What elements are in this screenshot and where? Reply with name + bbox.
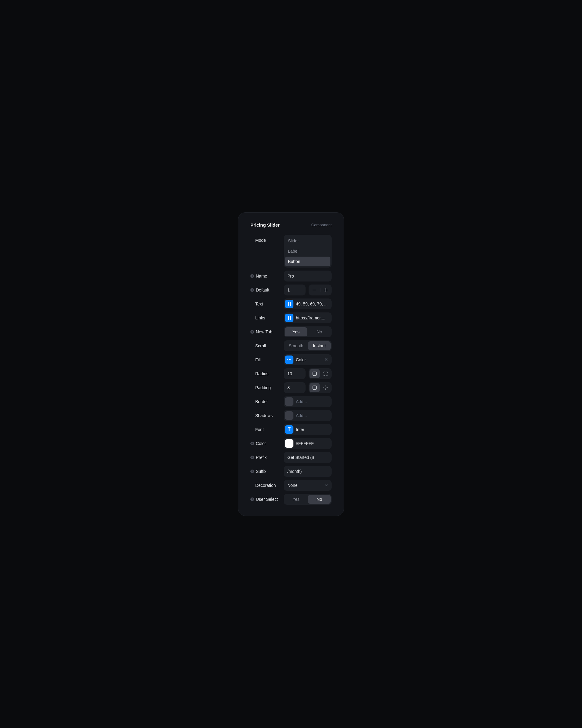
row-prefix: Prefix Get Started ($	[250, 452, 332, 463]
clear-fill-button[interactable]: ✕	[323, 357, 329, 363]
plus-circle-icon[interactable]	[250, 330, 254, 334]
text-icon: T	[285, 425, 294, 434]
row-suffix: Suffix /month)	[250, 466, 332, 477]
newtab-yes[interactable]: Yes	[285, 327, 307, 336]
fill-field[interactable]: Color ✕	[284, 354, 332, 365]
suffix-input[interactable]: /month)	[284, 466, 332, 477]
radius-input[interactable]: 10	[284, 368, 306, 379]
plus-circle-icon[interactable]	[250, 442, 254, 445]
label-shadows: Shadows	[250, 410, 284, 421]
scroll-smooth[interactable]: Smooth	[285, 341, 307, 350]
label-links: Links	[250, 312, 284, 323]
label-padding: Padding	[250, 382, 284, 393]
row-newtab: New Tab Yes No	[250, 327, 332, 337]
row-name: Name Pro	[250, 270, 332, 282]
all-corners-icon	[312, 371, 317, 376]
svg-rect-4	[313, 386, 316, 389]
array-icon: [ ]	[285, 300, 294, 308]
row-text: Text [ ] 49, 59, 69, 79, ...	[250, 298, 332, 309]
row-shadows: Shadows Add...	[250, 410, 332, 421]
variable-icon	[285, 356, 294, 364]
default-stepper	[309, 285, 332, 295]
row-decoration: Decoration None	[250, 480, 332, 491]
panel-subtitle: Component	[311, 223, 332, 227]
name-input[interactable]: Pro	[284, 270, 332, 282]
increment-button[interactable]	[321, 285, 332, 295]
scroll-instant[interactable]: Instant	[308, 341, 331, 350]
radius-all-corners[interactable]	[309, 369, 320, 378]
property-panel: Pricing Slider Component Mode Slider Lab…	[238, 212, 344, 516]
label-scroll: Scroll	[250, 340, 284, 351]
panel-title: Pricing Slider	[250, 222, 280, 228]
row-mode: Mode Slider Label Button	[250, 235, 332, 267]
label-decoration: Decoration	[250, 480, 284, 491]
row-font: Font T Inter	[250, 424, 332, 435]
plus-circle-icon[interactable]	[250, 497, 254, 501]
default-input[interactable]: 1	[284, 285, 306, 295]
label-radius: Radius	[250, 368, 284, 379]
shadows-add-field[interactable]: Add...	[284, 410, 332, 421]
empty-swatch-icon	[285, 411, 294, 420]
text-field[interactable]: [ ] 49, 59, 69, 79, ...	[284, 298, 332, 309]
plus-circle-icon[interactable]	[250, 470, 254, 473]
label-prefix: Prefix	[250, 452, 284, 463]
plus-circle-icon[interactable]	[250, 274, 254, 278]
decrement-button[interactable]	[309, 285, 320, 295]
chevron-down-icon	[325, 485, 328, 486]
plus-circle-icon[interactable]	[250, 456, 254, 459]
radius-per-corner[interactable]	[321, 369, 331, 378]
array-icon: [ ]	[285, 314, 294, 322]
plus-circle-icon[interactable]	[250, 288, 254, 292]
decoration-select[interactable]: None	[284, 480, 332, 491]
userselect-segmented: Yes No	[284, 494, 332, 505]
label-border: Border	[250, 396, 284, 407]
panel-header: Pricing Slider Component	[250, 222, 332, 228]
row-userselect: User Select Yes No	[250, 494, 332, 505]
radius-mode-toggle	[309, 368, 332, 379]
minus-icon	[312, 290, 316, 290]
padding-per-side[interactable]	[321, 383, 331, 392]
row-color: Color #FFFFFF	[250, 438, 332, 449]
mode-option-label[interactable]: Label	[285, 246, 330, 256]
userselect-no[interactable]: No	[308, 495, 331, 504]
prefix-input[interactable]: Get Started ($	[284, 452, 332, 463]
row-scroll: Scroll Smooth Instant	[250, 340, 332, 351]
label-text: Text	[250, 298, 284, 309]
border-add-field[interactable]: Add...	[284, 396, 332, 407]
scroll-segmented: Smooth Instant	[284, 340, 332, 351]
mode-segmented: Slider Label Button	[284, 235, 332, 267]
label-suffix: Suffix	[250, 466, 284, 477]
empty-swatch-icon	[285, 397, 294, 406]
font-field[interactable]: T Inter	[284, 424, 332, 435]
label-name: Name	[250, 270, 284, 282]
label-mode: Mode	[250, 235, 284, 246]
newtab-no[interactable]: No	[308, 327, 331, 336]
padding-mode-toggle	[309, 382, 332, 393]
per-corner-icon	[324, 371, 328, 376]
svg-rect-0	[312, 290, 316, 290]
row-radius: Radius 10	[250, 368, 332, 379]
svg-rect-3	[313, 372, 316, 375]
label-color: Color	[250, 438, 284, 449]
links-field[interactable]: [ ] https://framer....	[284, 312, 332, 323]
userselect-yes[interactable]: Yes	[285, 495, 307, 504]
color-field[interactable]: #FFFFFF	[284, 438, 332, 449]
row-default: Default 1	[250, 285, 332, 295]
row-padding: Padding 8	[250, 382, 332, 393]
label-userselect: User Select	[250, 494, 284, 505]
plus-icon	[324, 288, 328, 292]
newtab-segmented: Yes No	[284, 327, 332, 337]
row-fill: Fill Color ✕	[250, 354, 332, 365]
mode-option-slider[interactable]: Slider	[285, 236, 330, 246]
svg-rect-5	[325, 387, 326, 388]
label-fill: Fill	[250, 354, 284, 365]
all-sides-icon	[312, 386, 317, 390]
label-default: Default	[250, 285, 284, 295]
svg-rect-2	[326, 288, 326, 292]
row-border: Border Add...	[250, 396, 332, 407]
padding-input[interactable]: 8	[284, 382, 306, 393]
padding-all-sides[interactable]	[309, 383, 320, 392]
label-newtab: New Tab	[250, 327, 284, 337]
mode-option-button[interactable]: Button	[285, 257, 330, 266]
label-font: Font	[250, 424, 284, 435]
